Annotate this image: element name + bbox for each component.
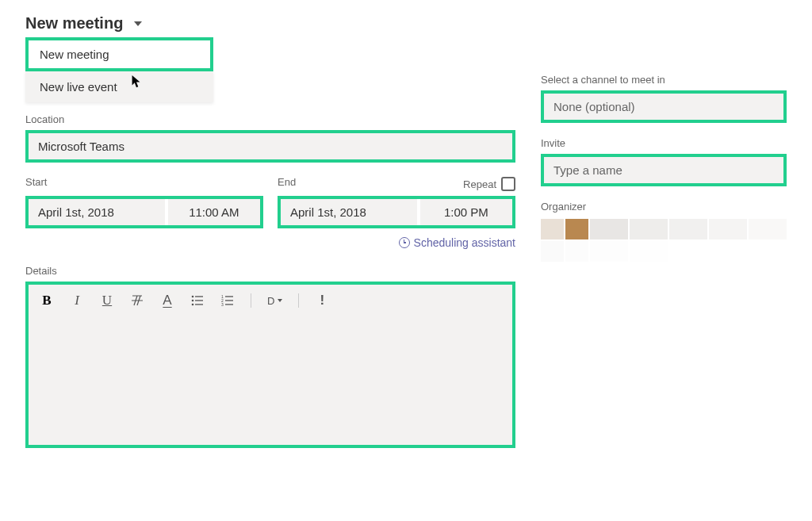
details-section: Details B I U A xyxy=(25,265,515,448)
avatar-pixel xyxy=(590,241,628,262)
avatar-pixel xyxy=(749,241,787,262)
numbered-list-button[interactable]: 1 2 3 xyxy=(220,294,235,307)
repeat-checkbox[interactable] xyxy=(501,177,515,191)
left-column: Location Microsoft Teams Start April 1st… xyxy=(25,74,515,462)
paragraph-style-button[interactable]: D xyxy=(267,295,282,307)
strikethrough-icon xyxy=(130,293,144,308)
svg-point-2 xyxy=(192,300,194,302)
start-time[interactable]: 11:00 AM xyxy=(168,199,260,225)
svg-rect-3 xyxy=(195,300,203,301)
channel-input[interactable]: None (optional) xyxy=(541,90,787,123)
start-date[interactable]: April 1st, 2018 xyxy=(29,199,165,225)
svg-rect-5 xyxy=(195,304,203,305)
numbered-list-icon: 1 2 3 xyxy=(221,294,234,307)
chevron-down-icon[interactable] xyxy=(134,21,142,26)
organizer-avatar xyxy=(541,219,787,239)
svg-point-0 xyxy=(192,296,194,298)
avatar-pixel xyxy=(669,241,707,262)
invite-label: Invite xyxy=(541,137,787,149)
avatar-pixel xyxy=(709,241,747,262)
end-datetime-group: End Repeat April 1st, 2018 1:00 PM xyxy=(278,177,515,228)
meeting-type-dropdown: New meeting New live event xyxy=(25,37,213,102)
avatar-pixel xyxy=(541,241,564,262)
svg-rect-1 xyxy=(195,296,203,297)
repeat-label: Repeat xyxy=(463,178,496,190)
avatar-pixel xyxy=(630,219,668,239)
paragraph-label: D xyxy=(267,295,275,307)
avatar-pixel xyxy=(669,219,707,239)
page-header: New meeting xyxy=(25,14,787,33)
bold-button[interactable]: B xyxy=(40,293,54,308)
channel-label: Select a channel to meet in xyxy=(541,74,787,86)
avatar-pixel xyxy=(749,219,787,239)
toolbar-divider xyxy=(298,293,299,308)
svg-rect-9 xyxy=(225,300,233,301)
dropdown-item-new-meeting[interactable]: New meeting xyxy=(25,37,213,71)
dropdown-item-label: New live event xyxy=(40,80,117,94)
underline-button[interactable]: U xyxy=(100,293,114,308)
page-title: New meeting xyxy=(25,14,123,33)
avatar-pixel xyxy=(541,219,564,239)
strikethrough-button[interactable] xyxy=(130,293,144,308)
scheduling-label: Scheduling assistant xyxy=(414,236,515,249)
avatar-pixel xyxy=(630,241,668,262)
svg-rect-11 xyxy=(225,304,233,305)
invite-input[interactable]: Type a name xyxy=(541,154,787,186)
avatar-pixel xyxy=(590,219,628,239)
italic-button[interactable]: I xyxy=(70,293,84,308)
font-color-button[interactable]: A xyxy=(160,293,174,308)
right-column: Select a channel to meet in None (option… xyxy=(541,74,787,462)
bullet-list-button[interactable] xyxy=(190,294,205,307)
scheduling-assistant-link[interactable]: Scheduling assistant xyxy=(25,236,515,249)
start-label: Start xyxy=(25,176,47,188)
channel-field-group: Select a channel to meet in None (option… xyxy=(541,74,787,123)
datetime-row: Start April 1st, 2018 11:00 AM End Repea… xyxy=(25,177,515,228)
avatar-pixel xyxy=(709,219,747,239)
end-label: End xyxy=(278,176,296,188)
repeat-group: Repeat xyxy=(463,177,515,191)
bullet-list-icon xyxy=(191,294,204,307)
organizer-name-redacted xyxy=(541,241,787,262)
location-field-group: Location Microsoft Teams xyxy=(25,113,515,163)
invite-field-group: Invite Type a name xyxy=(541,137,787,186)
important-button[interactable]: ! xyxy=(315,293,329,308)
organizer-label: Organizer xyxy=(541,201,787,213)
chevron-down-icon xyxy=(278,299,282,302)
organizer-field-group: Organizer xyxy=(541,201,787,262)
avatar-pixel xyxy=(565,241,588,262)
avatar-pixel xyxy=(565,219,588,239)
location-label: Location xyxy=(25,113,515,125)
svg-rect-7 xyxy=(225,296,233,297)
end-time[interactable]: 1:00 PM xyxy=(420,199,512,225)
details-editor[interactable]: B I U A xyxy=(25,282,515,448)
main-content: Location Microsoft Teams Start April 1st… xyxy=(25,74,787,462)
dropdown-item-new-live-event[interactable]: New live event xyxy=(25,71,213,102)
editor-toolbar: B I U A xyxy=(29,285,512,316)
svg-point-4 xyxy=(192,304,194,306)
start-datetime-input[interactable]: April 1st, 2018 11:00 AM xyxy=(25,196,263,228)
toolbar-divider xyxy=(251,293,251,308)
svg-text:3: 3 xyxy=(221,302,224,307)
start-datetime-group: Start April 1st, 2018 11:00 AM xyxy=(25,177,263,228)
cursor-pointer-icon xyxy=(131,75,142,89)
end-datetime-input[interactable]: April 1st, 2018 1:00 PM xyxy=(278,196,515,228)
clock-icon xyxy=(399,237,410,248)
end-date[interactable]: April 1st, 2018 xyxy=(281,199,417,225)
location-input[interactable]: Microsoft Teams xyxy=(25,130,515,163)
details-label: Details xyxy=(25,265,515,277)
